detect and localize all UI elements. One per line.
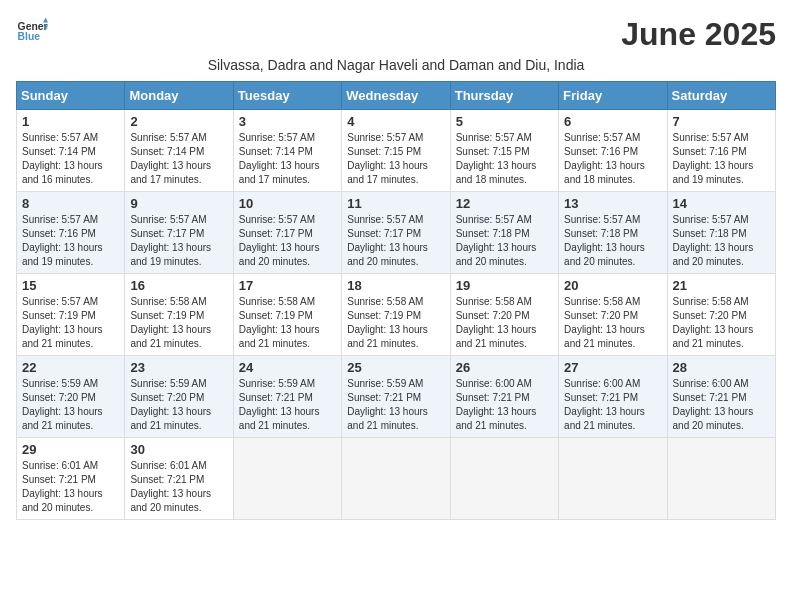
calendar-cell: 24Sunrise: 5:59 AM Sunset: 7:21 PM Dayli… xyxy=(233,356,341,438)
day-number: 5 xyxy=(456,114,553,129)
day-number: 2 xyxy=(130,114,227,129)
day-info: Sunrise: 5:58 AM Sunset: 7:19 PM Dayligh… xyxy=(347,295,444,351)
logo: General Blue xyxy=(16,16,48,48)
day-number: 27 xyxy=(564,360,661,375)
day-number: 23 xyxy=(130,360,227,375)
day-info: Sunrise: 5:58 AM Sunset: 7:20 PM Dayligh… xyxy=(564,295,661,351)
day-number: 13 xyxy=(564,196,661,211)
calendar-cell xyxy=(667,438,775,520)
day-number: 21 xyxy=(673,278,770,293)
calendar-cell: 14Sunrise: 5:57 AM Sunset: 7:18 PM Dayli… xyxy=(667,192,775,274)
calendar-table: SundayMondayTuesdayWednesdayThursdayFrid… xyxy=(16,81,776,520)
calendar-cell: 2Sunrise: 5:57 AM Sunset: 7:14 PM Daylig… xyxy=(125,110,233,192)
logo-icon: General Blue xyxy=(16,16,48,48)
day-info: Sunrise: 5:57 AM Sunset: 7:15 PM Dayligh… xyxy=(456,131,553,187)
calendar-cell: 9Sunrise: 5:57 AM Sunset: 7:17 PM Daylig… xyxy=(125,192,233,274)
calendar-header-thursday: Thursday xyxy=(450,82,558,110)
day-number: 20 xyxy=(564,278,661,293)
day-number: 30 xyxy=(130,442,227,457)
day-info: Sunrise: 6:00 AM Sunset: 7:21 PM Dayligh… xyxy=(564,377,661,433)
day-info: Sunrise: 5:57 AM Sunset: 7:16 PM Dayligh… xyxy=(564,131,661,187)
calendar-cell: 5Sunrise: 5:57 AM Sunset: 7:15 PM Daylig… xyxy=(450,110,558,192)
calendar-subtitle: Silvassa, Dadra and Nagar Haveli and Dam… xyxy=(16,57,776,73)
calendar-cell: 30Sunrise: 6:01 AM Sunset: 7:21 PM Dayli… xyxy=(125,438,233,520)
day-info: Sunrise: 5:57 AM Sunset: 7:14 PM Dayligh… xyxy=(239,131,336,187)
calendar-cell: 19Sunrise: 5:58 AM Sunset: 7:20 PM Dayli… xyxy=(450,274,558,356)
calendar-header-wednesday: Wednesday xyxy=(342,82,450,110)
day-info: Sunrise: 5:57 AM Sunset: 7:17 PM Dayligh… xyxy=(239,213,336,269)
day-info: Sunrise: 5:57 AM Sunset: 7:18 PM Dayligh… xyxy=(673,213,770,269)
day-number: 9 xyxy=(130,196,227,211)
calendar-header-saturday: Saturday xyxy=(667,82,775,110)
day-number: 22 xyxy=(22,360,119,375)
svg-text:Blue: Blue xyxy=(18,31,41,42)
calendar-cell: 3Sunrise: 5:57 AM Sunset: 7:14 PM Daylig… xyxy=(233,110,341,192)
day-info: Sunrise: 5:58 AM Sunset: 7:20 PM Dayligh… xyxy=(673,295,770,351)
calendar-cell: 13Sunrise: 5:57 AM Sunset: 7:18 PM Dayli… xyxy=(559,192,667,274)
calendar-cell: 16Sunrise: 5:58 AM Sunset: 7:19 PM Dayli… xyxy=(125,274,233,356)
calendar-cell: 29Sunrise: 6:01 AM Sunset: 7:21 PM Dayli… xyxy=(17,438,125,520)
day-info: Sunrise: 5:59 AM Sunset: 7:21 PM Dayligh… xyxy=(239,377,336,433)
calendar-cell: 10Sunrise: 5:57 AM Sunset: 7:17 PM Dayli… xyxy=(233,192,341,274)
day-number: 6 xyxy=(564,114,661,129)
calendar-cell: 1Sunrise: 5:57 AM Sunset: 7:14 PM Daylig… xyxy=(17,110,125,192)
day-info: Sunrise: 5:57 AM Sunset: 7:15 PM Dayligh… xyxy=(347,131,444,187)
day-info: Sunrise: 5:58 AM Sunset: 7:19 PM Dayligh… xyxy=(130,295,227,351)
day-info: Sunrise: 6:00 AM Sunset: 7:21 PM Dayligh… xyxy=(456,377,553,433)
calendar-cell: 22Sunrise: 5:59 AM Sunset: 7:20 PM Dayli… xyxy=(17,356,125,438)
day-number: 4 xyxy=(347,114,444,129)
calendar-header-sunday: Sunday xyxy=(17,82,125,110)
day-number: 19 xyxy=(456,278,553,293)
day-number: 18 xyxy=(347,278,444,293)
calendar-cell: 4Sunrise: 5:57 AM Sunset: 7:15 PM Daylig… xyxy=(342,110,450,192)
day-number: 16 xyxy=(130,278,227,293)
calendar-cell xyxy=(233,438,341,520)
day-number: 24 xyxy=(239,360,336,375)
calendar-cell: 27Sunrise: 6:00 AM Sunset: 7:21 PM Dayli… xyxy=(559,356,667,438)
day-number: 7 xyxy=(673,114,770,129)
day-info: Sunrise: 5:57 AM Sunset: 7:18 PM Dayligh… xyxy=(456,213,553,269)
calendar-cell: 15Sunrise: 5:57 AM Sunset: 7:19 PM Dayli… xyxy=(17,274,125,356)
day-info: Sunrise: 6:01 AM Sunset: 7:21 PM Dayligh… xyxy=(130,459,227,515)
day-info: Sunrise: 5:57 AM Sunset: 7:18 PM Dayligh… xyxy=(564,213,661,269)
svg-marker-2 xyxy=(43,18,48,23)
day-number: 14 xyxy=(673,196,770,211)
calendar-cell: 7Sunrise: 5:57 AM Sunset: 7:16 PM Daylig… xyxy=(667,110,775,192)
day-info: Sunrise: 5:57 AM Sunset: 7:14 PM Dayligh… xyxy=(130,131,227,187)
day-number: 1 xyxy=(22,114,119,129)
day-info: Sunrise: 5:59 AM Sunset: 7:20 PM Dayligh… xyxy=(22,377,119,433)
calendar-header-tuesday: Tuesday xyxy=(233,82,341,110)
calendar-cell: 17Sunrise: 5:58 AM Sunset: 7:19 PM Dayli… xyxy=(233,274,341,356)
calendar-cell: 12Sunrise: 5:57 AM Sunset: 7:18 PM Dayli… xyxy=(450,192,558,274)
calendar-cell: 25Sunrise: 5:59 AM Sunset: 7:21 PM Dayli… xyxy=(342,356,450,438)
calendar-cell: 28Sunrise: 6:00 AM Sunset: 7:21 PM Dayli… xyxy=(667,356,775,438)
day-number: 25 xyxy=(347,360,444,375)
day-number: 3 xyxy=(239,114,336,129)
calendar-cell: 23Sunrise: 5:59 AM Sunset: 7:20 PM Dayli… xyxy=(125,356,233,438)
day-info: Sunrise: 5:57 AM Sunset: 7:17 PM Dayligh… xyxy=(347,213,444,269)
calendar-cell: 21Sunrise: 5:58 AM Sunset: 7:20 PM Dayli… xyxy=(667,274,775,356)
day-number: 28 xyxy=(673,360,770,375)
calendar-header-friday: Friday xyxy=(559,82,667,110)
calendar-cell xyxy=(450,438,558,520)
calendar-cell: 6Sunrise: 5:57 AM Sunset: 7:16 PM Daylig… xyxy=(559,110,667,192)
day-info: Sunrise: 5:57 AM Sunset: 7:14 PM Dayligh… xyxy=(22,131,119,187)
day-info: Sunrise: 5:57 AM Sunset: 7:19 PM Dayligh… xyxy=(22,295,119,351)
calendar-cell: 18Sunrise: 5:58 AM Sunset: 7:19 PM Dayli… xyxy=(342,274,450,356)
day-info: Sunrise: 5:59 AM Sunset: 7:21 PM Dayligh… xyxy=(347,377,444,433)
calendar-cell xyxy=(342,438,450,520)
calendar-cell: 8Sunrise: 5:57 AM Sunset: 7:16 PM Daylig… xyxy=(17,192,125,274)
day-number: 26 xyxy=(456,360,553,375)
calendar-cell: 20Sunrise: 5:58 AM Sunset: 7:20 PM Dayli… xyxy=(559,274,667,356)
day-number: 10 xyxy=(239,196,336,211)
day-info: Sunrise: 6:01 AM Sunset: 7:21 PM Dayligh… xyxy=(22,459,119,515)
day-info: Sunrise: 5:58 AM Sunset: 7:20 PM Dayligh… xyxy=(456,295,553,351)
day-info: Sunrise: 5:59 AM Sunset: 7:20 PM Dayligh… xyxy=(130,377,227,433)
day-info: Sunrise: 6:00 AM Sunset: 7:21 PM Dayligh… xyxy=(673,377,770,433)
calendar-cell xyxy=(559,438,667,520)
day-number: 15 xyxy=(22,278,119,293)
day-info: Sunrise: 5:57 AM Sunset: 7:16 PM Dayligh… xyxy=(22,213,119,269)
calendar-header-monday: Monday xyxy=(125,82,233,110)
calendar-cell: 26Sunrise: 6:00 AM Sunset: 7:21 PM Dayli… xyxy=(450,356,558,438)
day-info: Sunrise: 5:57 AM Sunset: 7:17 PM Dayligh… xyxy=(130,213,227,269)
